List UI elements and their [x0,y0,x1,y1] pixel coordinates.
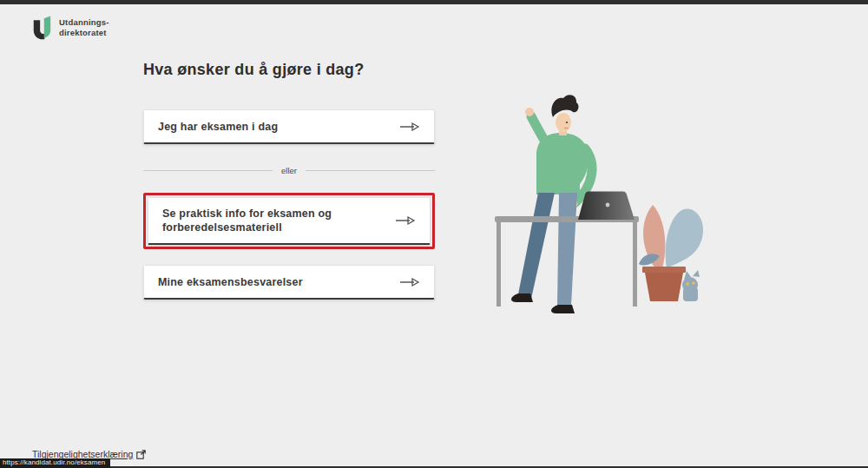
practical-info-button-label: Se praktisk info for eksamen og forbered… [162,207,371,234]
letterbox-top-bar [0,0,868,4]
divider-label: eller [273,166,306,175]
divider-line-left [143,170,273,171]
main-content: Hva ønsker du å gjøre i dag? Jeg har eks… [143,59,435,300]
my-exam-answers-button-label: Mine eksamensbesvarelser [158,275,303,289]
arrow-right-icon [395,215,416,226]
or-divider: eller [143,165,435,176]
divider-line-right [306,170,435,171]
logo-line-2: direktoratet [59,28,109,38]
exam-today-button[interactable]: Jeg har eksamen i dag [143,109,435,144]
my-exam-answers-button[interactable]: Mine eksamensbesvarelser [143,265,435,300]
logo-line-1: Utdannings- [59,17,109,28]
practical-info-button[interactable]: Se praktisk info for eksamen og forbered… [148,197,431,245]
arrow-right-icon [399,277,420,287]
udir-u-logo-icon [31,15,52,40]
red-highlight-frame: Se praktisk info for eksamen og forbered… [143,193,435,249]
page-title: Hva ønsker du å gjøre i dag? [143,59,435,80]
external-link-icon [136,450,146,459]
logo-text: Utdannings- direktoratet [59,17,109,38]
exam-today-button-label: Jeg har eksamen i dag [158,120,278,134]
udir-logo[interactable]: Utdannings- direktoratet [31,15,109,40]
person-waving-at-desk-illustration [477,89,720,319]
arrow-right-icon [399,122,420,132]
link-preview-status-bar: https://kandidat.udir.no/eksamen [0,458,110,468]
